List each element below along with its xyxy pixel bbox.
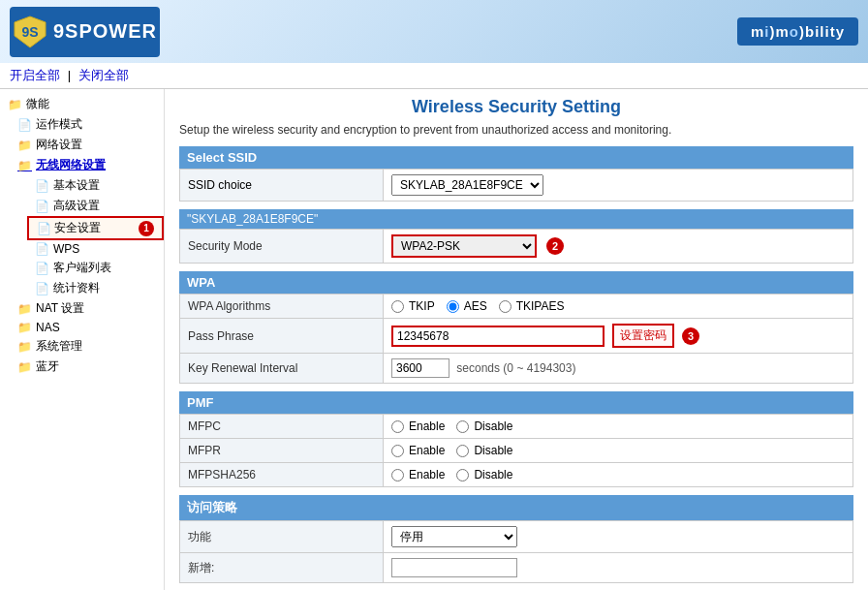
sidebar-advanced-label: 高级设置	[53, 198, 100, 214]
policy-function-label: 功能	[180, 521, 384, 553]
sidebar-item-nat[interactable]: 📁 NAT 设置	[10, 298, 164, 319]
aes-radio[interactable]	[447, 300, 459, 313]
sidebar-item-network[interactable]: 📁 网络设置	[10, 135, 164, 155]
wpa-algorithms-radio-group: TKIP AES TKIPAES	[391, 299, 845, 313]
main-layout: 📁 微能 📄 运作模式 📁 网络设置 📁 无线网络设置 📄 基本设置	[0, 89, 868, 590]
mfpr-radio-group: Enable Disable	[391, 444, 845, 457]
mfpc-disable-radio[interactable]	[456, 420, 469, 433]
sidebar-item-advanced[interactable]: 📄 高级设置	[27, 196, 164, 216]
security-mode-table: Security Mode WPA2-PSK WPA-PSK WEP None …	[179, 229, 853, 264]
mfpc-row: MFPC Enable Disable	[180, 415, 853, 439]
policy-header: 访问策略	[179, 495, 853, 520]
sidebar-item-bluetooth[interactable]: 📁 蓝牙	[10, 357, 164, 377]
step2-badge: 2	[546, 237, 564, 255]
header: 9S 9SPOWER mi)mo)bility	[0, 0, 868, 63]
sidebar-nat-label: NAT 设置	[36, 300, 84, 317]
key-renewal-label: Key Renewal Interval	[180, 354, 384, 384]
skylab-header: "SKYLAB_28A1E8F9CE"	[179, 209, 853, 229]
logo-text: 9SPOWER	[53, 20, 157, 43]
folder-icon-bluetooth: 📁	[17, 360, 32, 374]
page-icon-1: 📄	[17, 118, 32, 132]
passphrase-row: Pass Phrase 设置密码 3	[180, 319, 853, 354]
folder-icon-nas: 📁	[17, 321, 32, 334]
mfpr-enable-text: Enable	[409, 444, 445, 457]
tkip-radio-label[interactable]: TKIP	[391, 299, 435, 313]
security-mode-value-cell: WPA2-PSK WPA-PSK WEP None 2	[384, 230, 853, 264]
policy-function-value-cell: 停用 启用	[384, 521, 853, 553]
pmf-header: PMF	[179, 391, 853, 414]
policy-function-row: 功能 停用 启用	[180, 521, 853, 553]
sidebar-operation-label: 运作模式	[36, 116, 82, 133]
sidebar-micro-label: 微能	[26, 96, 49, 112]
mimobility-badge: mi)mo)bility	[737, 17, 858, 46]
tkipaes-radio-label[interactable]: TKIPAES	[499, 299, 565, 313]
wpa-algorithms-row: WPA Algorithms TKIP AES TKIP	[180, 295, 853, 319]
logo-shield-icon: 9S	[13, 15, 47, 49]
policy-new-input[interactable]	[391, 558, 517, 577]
close-all-link[interactable]: 关闭全部	[78, 68, 129, 82]
select-ssid-header: Select SSID	[179, 146, 853, 169]
sidebar-bluetooth-label: 蓝牙	[36, 358, 59, 375]
policy-function-select[interactable]: 停用 启用	[391, 526, 517, 547]
ssid-choice-value-cell: SKYLAB_28A1E8F9CE	[384, 170, 853, 202]
sidebar-item-stats[interactable]: 📄 统计资料	[27, 278, 164, 298]
wpa-algorithms-label: WPA Algorithms	[180, 295, 384, 319]
security-mode-label: Security Mode	[180, 230, 384, 264]
sidebar-item-micro[interactable]: 📁 微能	[0, 94, 164, 114]
sidebar-wireless-label: 无线网络设置	[36, 157, 106, 173]
folder-icon-nat: 📁	[17, 302, 32, 316]
mfpsha256-disable-radio[interactable]	[456, 469, 469, 481]
mfpc-enable-label[interactable]: Enable	[391, 419, 445, 433]
step1-badge: 1	[139, 221, 154, 236]
passphrase-label: Pass Phrase	[180, 319, 384, 354]
sidebar-wps-label: WPS	[53, 242, 79, 256]
mfpc-disable-label[interactable]: Disable	[456, 419, 512, 433]
ssid-choice-label: SSID choice	[180, 170, 384, 202]
aes-radio-label[interactable]: AES	[447, 299, 487, 313]
sidebar-item-basic[interactable]: 📄 基本设置	[27, 175, 164, 196]
sidebar-security-label: 安全设置	[54, 220, 101, 236]
passphrase-value-cell: 设置密码 3	[384, 319, 853, 354]
tkipaes-radio[interactable]	[499, 300, 512, 313]
key-renewal-row: Key Renewal Interval seconds (0 ~ 419430…	[180, 354, 853, 384]
policy-new-value-cell	[384, 553, 853, 583]
key-renewal-hint: seconds (0 ~ 4194303)	[456, 361, 575, 375]
mfpsha256-radio-group: Enable Disable	[391, 468, 845, 481]
page-icon-basic: 📄	[35, 179, 49, 193]
mfpr-enable-radio[interactable]	[391, 445, 404, 457]
wpa-header: WPA	[179, 271, 853, 294]
page-icon-advanced: 📄	[35, 200, 49, 213]
key-renewal-value-cell: seconds (0 ~ 4194303)	[384, 354, 853, 384]
page-icon-security: 📄	[37, 222, 51, 235]
pmf-table: MFPC Enable Disable MFPR	[179, 414, 853, 487]
mfpsha256-enable-radio[interactable]	[391, 469, 404, 481]
mfpsha256-enable-label[interactable]: Enable	[391, 468, 445, 481]
mfpc-enable-radio[interactable]	[391, 420, 404, 433]
mfpr-disable-radio[interactable]	[456, 445, 469, 457]
sidebar-item-clients[interactable]: 📄 客户端列表	[27, 258, 164, 278]
mfpsha256-enable-text: Enable	[409, 468, 445, 481]
security-mode-select[interactable]: WPA2-PSK WPA-PSK WEP None	[391, 234, 537, 258]
sidebar-item-operation[interactable]: 📄 运作模式	[10, 114, 164, 135]
mfpc-disable-text: Disable	[474, 419, 512, 433]
sidebar-item-security[interactable]: 📄 安全设置 1	[27, 216, 164, 240]
policy-new-row: 新增:	[180, 553, 853, 583]
sidebar-item-wireless[interactable]: 📁 无线网络设置	[10, 155, 164, 175]
aes-label: AES	[464, 299, 487, 313]
ssid-choice-select[interactable]: SKYLAB_28A1E8F9CE	[391, 174, 543, 196]
sidebar-item-sysadmin[interactable]: 📁 系统管理	[10, 336, 164, 357]
content-area: Wireless Security Setting Setup the wire…	[165, 89, 868, 590]
key-renewal-input[interactable]	[391, 358, 450, 378]
mfpr-disable-text: Disable	[474, 444, 512, 457]
folder-icon-3: 📁	[17, 159, 32, 172]
sidebar-clients-label: 客户端列表	[53, 260, 111, 276]
sidebar-item-nas[interactable]: 📁 NAS	[10, 319, 164, 336]
open-all-link[interactable]: 开启全部	[10, 68, 60, 82]
mfpr-disable-label[interactable]: Disable	[456, 444, 512, 457]
mfpsha256-disable-label[interactable]: Disable	[456, 468, 512, 481]
passphrase-input[interactable]	[391, 326, 604, 347]
sidebar-item-wps[interactable]: 📄 WPS	[27, 240, 164, 258]
sidebar: 📁 微能 📄 运作模式 📁 网络设置 📁 无线网络设置 📄 基本设置	[0, 89, 165, 590]
mfpr-enable-label[interactable]: Enable	[391, 444, 445, 457]
tkip-radio[interactable]	[391, 300, 404, 313]
